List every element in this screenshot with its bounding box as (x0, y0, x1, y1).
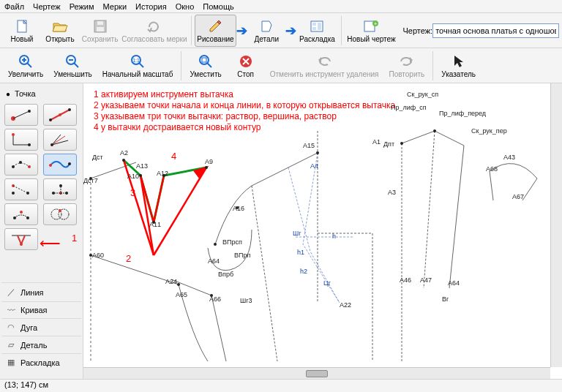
menu-mode[interactable]: Режим (70, 2, 94, 11)
open-button[interactable]: Открыть (41, 15, 79, 47)
zoom-reset-button[interactable]: 1:1 Начальный масштаб (97, 50, 179, 82)
svg-rect-5 (312, 23, 316, 26)
label-dst: Дст (92, 154, 103, 161)
label-a68: А68 (486, 165, 498, 173)
detail-icon: ▱ (6, 340, 16, 350)
save-button[interactable]: Сохранить (79, 15, 121, 47)
fit-button[interactable]: Уместить (184, 50, 226, 82)
svg-line-69 (211, 295, 226, 361)
arrow-right-icon: ➔ (285, 23, 296, 39)
separator (181, 51, 181, 80)
zoom-reset-icon: 1:1 (130, 53, 146, 69)
vertical-scrollbar[interactable] (550, 83, 562, 367)
horizontal-scrollbar[interactable] (83, 367, 550, 379)
stop-icon (238, 53, 254, 69)
svg-line-16 (74, 63, 78, 67)
drawing-name-input[interactable] (432, 23, 559, 38)
cursor-icon (451, 53, 467, 69)
menu-help[interactable]: Помощь (203, 2, 234, 11)
drawing-mode-button[interactable]: Рисование (195, 15, 237, 47)
redo-button[interactable]: Повторить (384, 50, 430, 82)
tool-point-distance-angle[interactable] (4, 104, 38, 126)
sidebar-section-layout[interactable]: ▦Раскладка (1, 353, 81, 371)
svg-point-29 (28, 110, 31, 113)
new-icon (14, 18, 30, 34)
layout-small-icon: ▦ (6, 358, 16, 367)
svg-point-32 (68, 108, 71, 111)
stop-button[interactable]: Стоп (227, 50, 265, 82)
label-h1: h1 (297, 249, 304, 256)
label-a64: А64 (208, 257, 220, 265)
pointer-button[interactable]: Указатель (436, 50, 481, 82)
drawing-canvas[interactable]: 1 активируем инструмент вытачка 2 указыв… (83, 83, 550, 367)
label-dst7: Дст7 (83, 177, 98, 184)
annotation-3: 3 (130, 187, 135, 198)
label-a12: А12 (157, 170, 168, 177)
label-a10: А10 (127, 173, 139, 180)
undo-button[interactable]: Отменить инструмент удаления (265, 50, 384, 82)
details-icon (258, 18, 274, 34)
separator (341, 16, 342, 45)
svg-point-48 (12, 192, 15, 195)
svg-point-33 (59, 113, 61, 116)
label-a15: А15 (303, 142, 315, 149)
pencil-icon (207, 18, 223, 34)
tool-point-intersect-arcs[interactable] (4, 203, 38, 225)
zoom-out-icon (64, 53, 80, 69)
sidebar-section-curve[interactable]: 〰Кривая (1, 301, 81, 318)
status-bar: (13; 147) см (0, 379, 562, 392)
sidebar-section-line[interactable]: ／Линия (1, 282, 81, 301)
label-a9: А9 (205, 158, 213, 165)
details-mode-button[interactable]: Детали (247, 15, 285, 47)
svg-rect-2 (97, 27, 104, 31)
tool-point-perpendicular[interactable] (4, 129, 38, 151)
menu-history[interactable]: История (135, 2, 167, 11)
svg-text:+: + (374, 20, 378, 27)
new-button[interactable]: Новый (3, 15, 41, 47)
svg-rect-6 (318, 23, 321, 30)
annotation-2: 2 (126, 253, 131, 264)
sync-measures-button[interactable]: Согласовать мерки (121, 15, 188, 47)
sidebar-section-arc[interactable]: ◠Дуга (1, 318, 81, 336)
label-a46: А46 (400, 276, 411, 284)
label-a43: А43 (503, 154, 515, 161)
svg-point-89 (139, 174, 142, 177)
redo-icon (399, 53, 415, 69)
menu-measures[interactable]: Мерки (103, 2, 127, 11)
layout-mode-button[interactable]: Раскладка (296, 15, 337, 47)
svg-point-93 (177, 283, 180, 286)
menu-window[interactable]: Окно (176, 2, 195, 11)
line-icon: ／ (6, 287, 16, 298)
tool-point-intersect-circles[interactable] (43, 203, 77, 225)
zoom-out-button[interactable]: Уменьшить (48, 50, 97, 82)
tool-point-contact[interactable] (43, 154, 77, 176)
label-a67: А67 (512, 193, 524, 200)
label-a11: А11 (149, 221, 161, 228)
label-sk-ruk-sp: Ск_рук_сп (407, 91, 438, 98)
tool-dart[interactable] (4, 228, 38, 250)
tool-point-triangle[interactable] (4, 178, 38, 200)
red-arrow-icon: ⟵ (40, 234, 61, 252)
sidebar-section-detail[interactable]: ▱Деталь (1, 336, 81, 353)
svg-line-28 (13, 111, 29, 118)
label-shg: Шг (293, 230, 301, 237)
tool-point-intersection[interactable] (43, 178, 77, 200)
svg-line-22 (207, 63, 211, 67)
sidebar-section-point[interactable]: Точка (1, 86, 81, 101)
undo-icon (316, 53, 332, 69)
svg-point-31 (49, 118, 52, 121)
separator (432, 51, 433, 80)
label-a66: А66 (209, 295, 221, 303)
tool-point-along-line[interactable] (43, 104, 77, 126)
menu-drawing[interactable]: Чертеж (33, 2, 61, 11)
new-drawing-button[interactable]: + Новый чертеж (344, 15, 398, 47)
svg-point-59 (20, 211, 23, 214)
arrow-right-icon: ➔ (236, 23, 247, 39)
zoom-in-button[interactable]: Увеличить (3, 50, 48, 82)
tool-point-shoulder[interactable] (4, 154, 38, 176)
label-vprn: ВПрп (234, 252, 250, 259)
label-a64b: А64 (448, 279, 460, 287)
svg-line-84 (154, 167, 206, 255)
menu-file[interactable]: Файл (4, 2, 24, 11)
tool-point-bisector[interactable] (43, 129, 77, 151)
